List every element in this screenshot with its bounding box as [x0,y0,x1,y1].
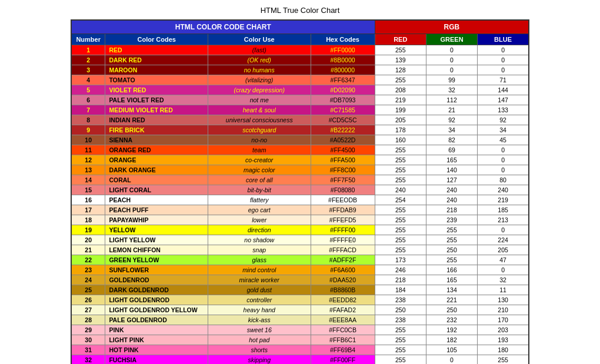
cell-green: 0 [426,355,477,365]
cell-number: 10 [71,135,105,145]
cell-color-use: glass [208,255,311,265]
cell-color-name: LIGHT GOLDENROD YELLOW [105,305,208,315]
cell-red: 255 [375,345,426,355]
cell-number: 20 [71,235,105,245]
cell-red: 238 [375,295,426,305]
cell-color-name: LIGHT YELLOW [105,235,208,245]
table-row: 3MAROONno humans#80000012800 [71,65,529,75]
cell-blue: 0 [478,45,529,55]
cell-blue: 130 [478,295,529,305]
cell-number: 31 [71,345,105,355]
cell-color-name: HOT PINK [105,345,208,355]
cell-blue: 47 [478,255,529,265]
table-row: 29PINKsweet 16#FFC0CB255192203 [71,325,529,335]
cell-red: 139 [375,55,426,65]
table-row: 19YELLOWdirection#FFFF002552550 [71,225,529,235]
cell-blue: 170 [478,315,529,325]
right-section-header: RGB [375,20,529,34]
cell-hex: #FF8C00 [311,165,375,175]
cell-color-use: flattery [208,195,311,205]
cell-green: 239 [426,215,477,225]
cell-hex: #ADFF2F [311,255,375,265]
cell-blue: 185 [478,205,529,215]
cell-number: 26 [71,295,105,305]
cell-green: 182 [426,335,477,345]
cell-hex: #FF4500 [311,145,375,155]
cell-blue: 210 [478,305,529,315]
cell-hex: #FF00FF [311,355,375,365]
cell-green: 250 [426,245,477,255]
cell-number: 3 [71,65,105,75]
cell-color-use: mind control [208,265,311,275]
cell-number: 11 [71,145,105,155]
cell-number: 16 [71,195,105,205]
cell-color-use: bit-by-bit [208,185,311,195]
cell-hex: #EEE8AA [311,315,375,325]
col-blue: BLUE [478,34,529,45]
cell-blue: 45 [478,135,529,145]
cell-green: 134 [426,285,477,295]
cell-blue: 0 [478,65,529,75]
cell-red: 255 [375,205,426,215]
cell-hex: #FFB6C1 [311,335,375,345]
table-row: 8INDIAN REDuniversal consciousness#CD5C5… [71,115,529,125]
cell-color-use: co-creator [208,155,311,165]
cell-color-use: no-no [208,135,311,145]
cell-red: 178 [375,125,426,135]
cell-color-use: snap [208,245,311,255]
cell-color-use: heart & soul [208,105,311,115]
col-number: Number [71,34,105,45]
col-hex-codes: Hex Codes [311,34,375,45]
cell-color-use: shorts [208,345,311,355]
cell-color-name: FUCHSIA [105,355,208,365]
cell-color-name: PALE VIOLET RED [105,95,208,105]
cell-color-name: CORAL [105,175,208,185]
cell-color-name: PINK [105,325,208,335]
cell-red: 160 [375,135,426,145]
cell-blue: 34 [478,125,529,135]
cell-color-name: SUNFLOWER [105,265,208,275]
cell-red: 128 [375,65,426,75]
cell-number: 23 [71,265,105,275]
cell-red: 205 [375,115,426,125]
cell-number: 6 [71,95,105,105]
cell-color-use: ego cart [208,205,311,215]
cell-color-use: (vitalizing) [208,75,311,85]
table-row: 25DARK GOLDENRODgold dust#B8860B18413411 [71,285,529,295]
cell-green: 140 [426,165,477,175]
cell-hex: #FF7F50 [311,175,375,185]
cell-green: 255 [426,235,477,245]
cell-green: 250 [426,305,477,315]
col-color-use: Color Use [208,34,311,45]
cell-number: 13 [71,165,105,175]
cell-green: 218 [426,205,477,215]
table-row: 27LIGHT GOLDENROD YELLOWheavy hand#FAFAD… [71,305,529,315]
cell-green: 127 [426,175,477,185]
cell-green: 255 [426,225,477,235]
left-section-header: HTML COLOR CODE CHART [71,20,375,34]
cell-red: 255 [375,355,426,365]
cell-number: 9 [71,125,105,135]
cell-red: 255 [375,335,426,345]
cell-blue: 144 [478,85,529,95]
cell-color-name: LIGHT CORAL [105,185,208,195]
cell-hex: #D02090 [311,85,375,95]
cell-blue: 193 [478,335,529,345]
cell-blue: 0 [478,265,529,275]
cell-green: 255 [426,255,477,265]
cell-color-use: miracle worker [208,275,311,285]
cell-hex: #A0522D [311,135,375,145]
table-row: 20LIGHT YELLOWno shadow#FFFFE0255255224 [71,235,529,245]
cell-green: 92 [426,115,477,125]
cell-color-use: (fast) [208,45,311,55]
cell-green: 69 [426,145,477,155]
cell-color-name: DARK ORANGE [105,165,208,175]
cell-number: 28 [71,315,105,325]
cell-color-name: ORANGE RED [105,145,208,155]
cell-red: 219 [375,95,426,105]
cell-hex: #FF6347 [311,75,375,85]
cell-blue: 240 [478,185,529,195]
table-row: 2DARK RED(OK red)#8B000013900 [71,55,529,65]
cell-green: 0 [426,55,477,65]
cell-color-name: MAROON [105,65,208,75]
